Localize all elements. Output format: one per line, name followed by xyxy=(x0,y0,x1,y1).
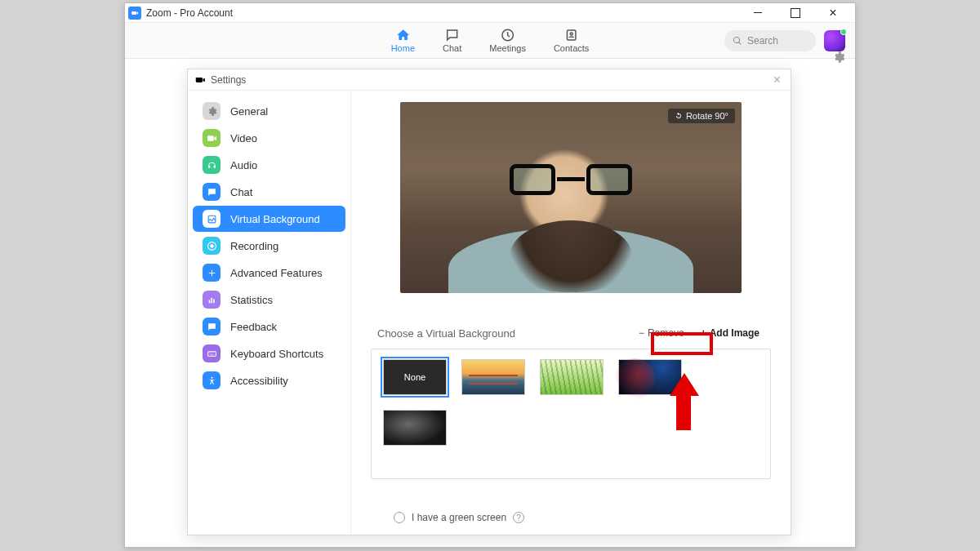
zoom-logo-icon xyxy=(128,7,141,20)
sidebar-item-label: Statistics xyxy=(230,294,273,306)
sidebar-item-recording[interactable]: Recording xyxy=(193,233,345,259)
nav-chat[interactable]: Chat xyxy=(443,28,461,53)
svg-point-5 xyxy=(210,244,213,247)
settings-title: Settings xyxy=(211,74,246,86)
nav-home[interactable]: Home xyxy=(391,28,415,53)
profile-avatar[interactable] xyxy=(824,30,845,51)
accessibility-icon xyxy=(203,371,220,389)
help-icon[interactable]: ? xyxy=(513,512,524,523)
background-thumb-grass[interactable] xyxy=(540,359,604,395)
feedback-icon xyxy=(203,318,220,335)
remove-background-button[interactable]: − Remove xyxy=(639,327,684,339)
headphones-icon xyxy=(203,156,220,174)
window-maximize-button[interactable] xyxy=(777,3,814,23)
home-icon xyxy=(395,28,410,42)
virtual-background-icon xyxy=(203,210,220,228)
sidebar-item-label: Recording xyxy=(230,240,278,252)
search-icon xyxy=(733,36,742,46)
sidebar-item-label: Keyboard Shortcuts xyxy=(230,348,323,360)
sidebar-item-label: Video xyxy=(230,132,257,144)
plus-icon xyxy=(203,264,220,282)
chat-bubble-icon xyxy=(445,28,460,42)
search-placeholder: Search xyxy=(747,35,778,47)
rotate-90-button[interactable]: Rotate 90° xyxy=(668,109,735,123)
window-close-button[interactable]: × xyxy=(814,3,852,23)
camera-preview: Rotate 90° xyxy=(400,102,742,293)
sidebar-item-statistics[interactable]: Statistics xyxy=(193,287,345,313)
video-camera-icon xyxy=(203,129,220,147)
sidebar-item-virtual-background[interactable]: Virtual Background xyxy=(193,206,345,232)
settings-gear-button[interactable] xyxy=(832,51,845,67)
background-thumb-dark[interactable] xyxy=(383,410,447,446)
virtual-background-pane: Rotate 90° Choose a Virtual Background −… xyxy=(351,91,791,535)
green-screen-radio[interactable] xyxy=(394,512,405,523)
sidebar-item-label: Chat xyxy=(230,186,252,198)
sidebar-item-accessibility[interactable]: Accessibility xyxy=(193,367,345,393)
nav-label: Chat xyxy=(443,43,461,53)
none-label: None xyxy=(404,372,425,382)
minus-icon: − xyxy=(639,327,644,339)
choose-background-label: Choose a Virtual Background xyxy=(377,327,515,340)
keyboard-icon xyxy=(203,344,220,362)
contacts-icon xyxy=(564,28,579,42)
green-screen-label: I have a green screen xyxy=(412,512,506,523)
sidebar-item-label: Audio xyxy=(230,159,257,171)
bar-chart-icon xyxy=(203,291,220,309)
nav-label: Contacts xyxy=(554,43,589,53)
sidebar-item-general[interactable]: General xyxy=(193,98,345,124)
window-title: Zoom - Pro Account xyxy=(146,7,233,19)
background-thumb-bridge[interactable] xyxy=(461,359,525,395)
gear-icon xyxy=(203,102,220,120)
nav-label: Home xyxy=(391,43,415,53)
rotate-label: Rotate 90° xyxy=(686,111,728,121)
background-thumb-none[interactable]: None xyxy=(383,359,447,395)
zoom-app-window: Zoom - Pro Account × Home Chat Meetings … xyxy=(124,2,856,548)
sidebar-item-video[interactable]: Video xyxy=(193,125,345,151)
window-minimize-button[interactable] xyxy=(739,3,777,23)
sidebar-item-audio[interactable]: Audio xyxy=(193,152,345,178)
settings-titlebar: Settings × xyxy=(188,69,791,91)
svg-point-2 xyxy=(570,33,572,35)
settings-dialog: Settings × General Video Audio xyxy=(187,69,791,535)
nav-label: Meetings xyxy=(489,43,526,53)
sidebar-item-label: General xyxy=(230,105,268,118)
rotate-icon xyxy=(675,112,683,120)
chat-icon xyxy=(203,183,220,201)
sidebar-item-label: Accessibility xyxy=(230,375,288,387)
top-nav: Home Chat Meetings Contacts Search xyxy=(125,23,855,59)
remove-label: Remove xyxy=(648,327,684,339)
presence-dot-icon xyxy=(840,29,847,35)
add-image-button[interactable]: + Add Image xyxy=(696,326,764,340)
search-input[interactable]: Search xyxy=(724,30,816,51)
background-thumb-space[interactable] xyxy=(618,359,682,395)
window-titlebar: Zoom - Pro Account × xyxy=(125,3,855,23)
add-image-label: Add Image xyxy=(710,327,760,339)
nav-meetings[interactable]: Meetings xyxy=(489,28,526,53)
background-thumbnails-grid: None xyxy=(371,349,771,479)
sidebar-item-feedback[interactable]: Feedback xyxy=(193,313,345,340)
svg-rect-6 xyxy=(207,351,216,355)
sidebar-item-label: Advanced Features xyxy=(230,267,323,279)
sidebar-item-label: Feedback xyxy=(230,321,277,333)
svg-point-7 xyxy=(211,376,212,378)
plus-icon: + xyxy=(701,327,706,339)
nav-contacts[interactable]: Contacts xyxy=(554,28,589,53)
gear-icon xyxy=(832,51,845,64)
sidebar-item-label: Virtual Background xyxy=(230,213,320,225)
settings-sidebar: General Video Audio Chat Virtual Backgro… xyxy=(188,91,351,535)
sidebar-item-keyboard-shortcuts[interactable]: Keyboard Shortcuts xyxy=(193,340,345,367)
settings-close-button[interactable]: × xyxy=(770,73,784,87)
record-icon xyxy=(203,237,220,255)
sidebar-item-advanced-features[interactable]: Advanced Features xyxy=(193,260,345,286)
sidebar-item-chat[interactable]: Chat xyxy=(193,179,345,205)
clock-icon xyxy=(501,28,515,42)
zoom-logo-icon xyxy=(194,74,206,86)
